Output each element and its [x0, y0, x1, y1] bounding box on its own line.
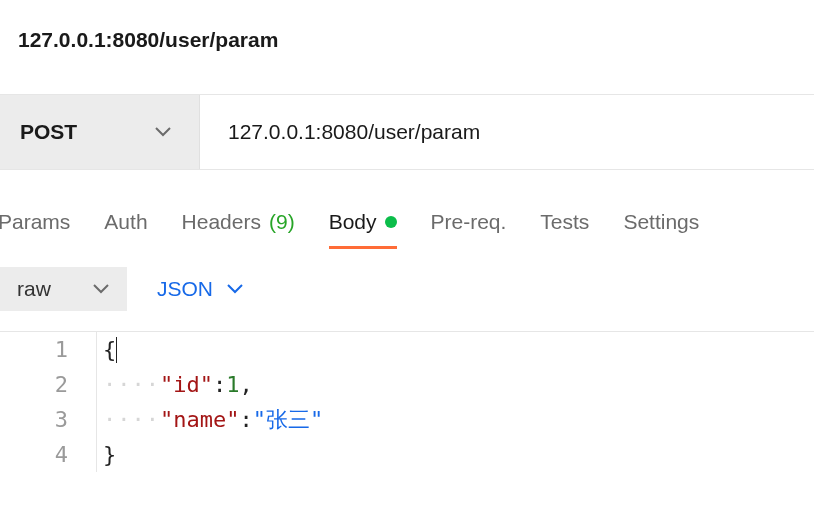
- body-type-label: raw: [17, 277, 51, 301]
- url-input-container: [200, 95, 814, 169]
- code-brace: }: [103, 438, 116, 471]
- indent-guide: ····: [103, 403, 160, 436]
- request-row: POST: [0, 94, 814, 170]
- body-options-row: raw JSON: [0, 249, 814, 329]
- editor-line: 1 {: [0, 332, 814, 367]
- http-method-label: POST: [20, 120, 77, 144]
- chevron-down-icon: [227, 280, 243, 298]
- editor-line: 4 }: [0, 437, 814, 472]
- code-brace: {: [103, 333, 116, 366]
- text-caret-icon: [116, 337, 117, 363]
- json-key: "id": [160, 368, 213, 401]
- json-string: "张三": [253, 403, 324, 436]
- http-method-selector[interactable]: POST: [0, 95, 200, 169]
- tab-tests[interactable]: Tests: [540, 210, 589, 246]
- line-number: 1: [0, 333, 96, 366]
- code-cell[interactable]: {: [96, 332, 117, 367]
- line-number: 4: [0, 438, 96, 471]
- json-number: 1: [226, 368, 239, 401]
- tab-body-label: Body: [329, 210, 377, 234]
- body-format-selector[interactable]: JSON: [151, 277, 249, 301]
- tab-body[interactable]: Body: [329, 210, 397, 249]
- tab-auth[interactable]: Auth: [104, 210, 147, 246]
- request-tabs: Params Auth Headers (9) Body Pre-req. Te…: [0, 170, 814, 249]
- tab-prereq[interactable]: Pre-req.: [431, 210, 507, 246]
- json-key: "name": [160, 403, 239, 436]
- body-type-selector[interactable]: raw: [0, 267, 127, 311]
- code-cell[interactable]: ····"name":"张三": [96, 402, 323, 437]
- tab-headers-label: Headers: [182, 210, 261, 234]
- url-input[interactable]: [228, 120, 786, 144]
- code-cell[interactable]: }: [96, 437, 116, 472]
- chevron-down-icon: [93, 280, 109, 298]
- code-cell[interactable]: ····"id":1,: [96, 367, 253, 402]
- json-editor[interactable]: 1 { 2 ····"id":1, 3 ····"name":"张三" 4 }: [0, 331, 814, 472]
- chevron-down-icon: [155, 123, 171, 141]
- modified-dot-icon: [385, 216, 397, 228]
- json-colon: :: [239, 403, 252, 436]
- json-colon: :: [213, 368, 226, 401]
- editor-line: 2 ····"id":1,: [0, 367, 814, 402]
- tab-headers-count: (9): [269, 210, 295, 234]
- json-comma: ,: [239, 368, 252, 401]
- tab-headers[interactable]: Headers (9): [182, 210, 295, 246]
- indent-guide: ····: [103, 368, 160, 401]
- body-format-label: JSON: [157, 277, 213, 301]
- request-title: 127.0.0.1:8080/user/param: [0, 0, 814, 52]
- tab-params[interactable]: Params: [0, 210, 70, 246]
- tab-settings[interactable]: Settings: [623, 210, 699, 246]
- line-number: 3: [0, 403, 96, 436]
- line-number: 2: [0, 368, 96, 401]
- editor-line: 3 ····"name":"张三": [0, 402, 814, 437]
